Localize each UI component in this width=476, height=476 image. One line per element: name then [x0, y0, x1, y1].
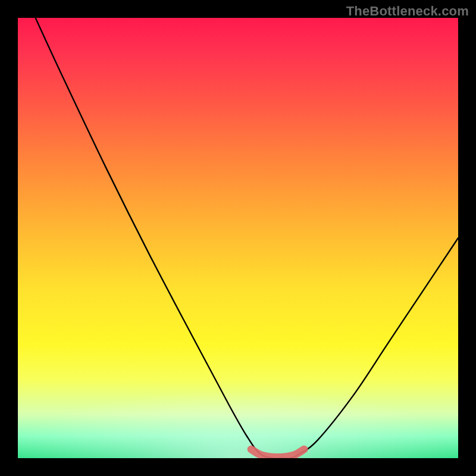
curve-layer: [18, 18, 458, 458]
no-bottleneck-band: [251, 449, 304, 457]
plot-area: [18, 18, 458, 458]
bottleneck-curve: [36, 18, 458, 458]
watermark-text: TheBottleneck.com: [346, 4, 469, 19]
chart-frame: TheBottleneck.com: [0, 0, 476, 476]
